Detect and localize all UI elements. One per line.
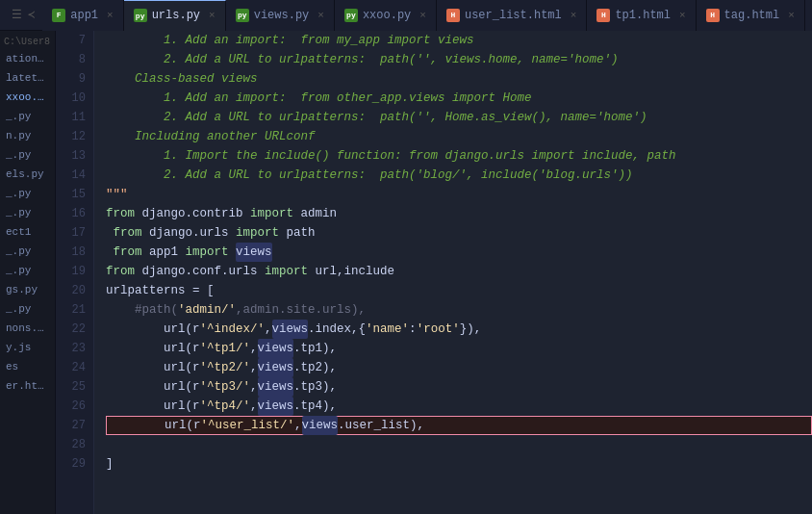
line-number-28: 28 [56,435,86,454]
tab-user_list_html[interactable]: Huser_list.html× [437,0,587,31]
tab-close-tag_html[interactable]: × [788,10,795,21]
code-line-11: 2. Add a URL to urlpatterns: path('', Ho… [106,108,812,127]
line-number-13: 13 [56,146,86,166]
tab-label-app1: app1 [70,9,98,22]
line-number-9: 9 [56,69,86,89]
tab-icon-views_py: py [236,9,249,22]
code-line-17: from django.urls import path [106,223,812,243]
sidebar-item-ations-py[interactable]: ations.py [0,49,55,68]
sidebar-item-nons-css[interactable]: nons.css [0,319,55,338]
code-line-29: ] [106,454,812,474]
tab-close-user_list_html[interactable]: × [571,10,577,21]
tab-close-app1[interactable]: × [107,10,114,21]
line-number-19: 19 [56,262,86,281]
line-number-25: 25 [56,377,86,397]
line-number-17: 17 [56,223,86,243]
line-number-12: 12 [56,127,86,146]
sidebar-item---py[interactable]: _.py [0,261,55,280]
code-line-27: url(r'^user_list/',views.user_list), [106,416,812,435]
tab-urls_py[interactable]: pyurls.py× [124,0,226,31]
sidebar-item---py[interactable]: _.py [0,299,55,319]
line-number-20: 20 [56,281,86,300]
line-number-26: 26 [56,397,86,416]
sidebar-item-n-py[interactable]: n.py [0,126,55,145]
sidebar-item-latetags[interactable]: latetags [0,68,55,88]
code-line-15: """ [106,185,812,204]
sidebar-item-xxoo-py[interactable]: xxoo.py [0,88,55,107]
sidebar: C:\User8 ations.pylatetagsxxoo.py_.pyn.p… [0,31,56,514]
code-line-20: urlpatterns = [ [106,281,812,300]
tab-tag_html[interactable]: Htag.html× [697,0,805,31]
code-line-28 [106,435,812,454]
code-line-8: 2. Add a URL to urlpatterns: path('', vi… [106,50,812,69]
tab-icon-app1: F [52,9,65,22]
line-number-22: 22 [56,320,86,339]
line-number-16: 16 [56,204,86,223]
line-number-24: 24 [56,358,86,377]
tab-icon-tp1_html: H [596,9,610,22]
line-numbers: 7891011121314151617181920212223242526272… [56,31,94,514]
sidebar-item---py[interactable]: _.py [0,203,55,222]
back-icon[interactable]: ≺ [28,8,35,22]
line-number-27: 27 [56,416,86,435]
tab-icon-xxoo_py: py [344,9,358,22]
tab-close-tp1_html[interactable]: × [679,10,686,21]
tab-close-xxoo_py[interactable]: × [419,10,426,21]
sidebar-item-er-html[interactable]: er.html [0,376,55,396]
sidebar-item---py[interactable]: _.py [0,184,55,203]
line-number-14: 14 [56,166,86,185]
tab-tp1_html[interactable]: Htp1.html× [587,0,696,31]
tab-label-user_list_html: user_list.html [465,9,562,22]
sidebar-item---py[interactable]: _.py [0,107,55,126]
tab-label-views_py: views.py [254,9,310,22]
tab-label-tp1_html: tp1.html [615,9,671,22]
tab-app1[interactable]: Fapp1× [42,0,123,31]
tab-xxoo_py[interactable]: pyxxoo.py× [335,0,437,31]
tab-label-tag_html: tag.html [724,9,780,22]
code-content: 1. Add an import: from my_app import vie… [94,31,812,514]
code-line-14: 2. Add a URL to urlpatterns: path('blog/… [106,166,812,185]
sidebar-item-els-py[interactable]: els.py [0,165,55,184]
code-line-25: url(r'^tp3/',views.tp3), [106,377,812,397]
line-number-18: 18 [56,243,86,262]
tab-views_py[interactable]: pyviews.py× [226,0,335,31]
line-number-11: 11 [56,108,86,127]
menu-icon[interactable]: ☰ [12,8,22,22]
sidebar-item---py[interactable]: _.py [0,242,55,261]
code-area: 7891011121314151617181920212223242526272… [56,31,812,514]
tab-bar-icons: ☰ ≺ [4,8,42,22]
code-line-26: url(r'^tp4/',views.tp4), [106,397,812,416]
sidebar-item-gs-py[interactable]: gs.py [0,280,55,299]
code-line-13: 1. Import the include() function: from d… [106,146,812,166]
code-line-22: url(r'^index/',views.index,{'name':'root… [106,320,812,339]
line-number-15: 15 [56,185,86,204]
tab-icon-urls_py: py [134,9,147,22]
tab-icon-tag_html: H [706,9,720,22]
tab-li_html[interactable]: Hli.html× [805,0,812,31]
line-number-23: 23 [56,339,86,358]
code-line-18: from app1 import views [106,243,812,262]
tab-label-urls_py: urls.py [152,9,200,22]
tab-icon-user_list_html: H [446,9,460,22]
code-line-16: from django.contrib import admin [106,204,812,223]
code-line-10: 1. Add an import: from other_app.views i… [106,89,812,108]
tab-close-views_py[interactable]: × [317,10,324,21]
main-area: C:\User8 ations.pylatetagsxxoo.py_.pyn.p… [0,31,812,514]
code-line-23: url(r'^tp1/',views.tp1), [106,339,812,358]
code-line-19: from django.conf.urls import url,include [106,262,812,281]
line-number-10: 10 [56,89,86,108]
line-number-8: 8 [56,50,86,69]
tab-bar: ☰ ≺ Fapp1×pyurls.py×pyviews.py×pyxxoo.py… [0,0,812,31]
tab-label-xxoo_py: xxoo.py [363,9,411,22]
code-line-21: #path('admin/',admin.site.urls), [106,300,812,320]
code-line-9: Class-based views [106,69,812,89]
tab-close-urls_py[interactable]: × [209,10,216,21]
sidebar-path: C:\User8 [0,35,55,49]
line-number-7: 7 [56,31,86,50]
sidebar-item-y-js[interactable]: y.js [0,338,55,357]
code-line-24: url(r'^tp2/',views.tp2), [106,358,812,377]
sidebar-item-es[interactable]: es [0,357,55,376]
sidebar-item---py[interactable]: _.py [0,145,55,165]
sidebar-item-ect1[interactable]: ect1 [0,222,55,242]
line-number-21: 21 [56,300,86,320]
